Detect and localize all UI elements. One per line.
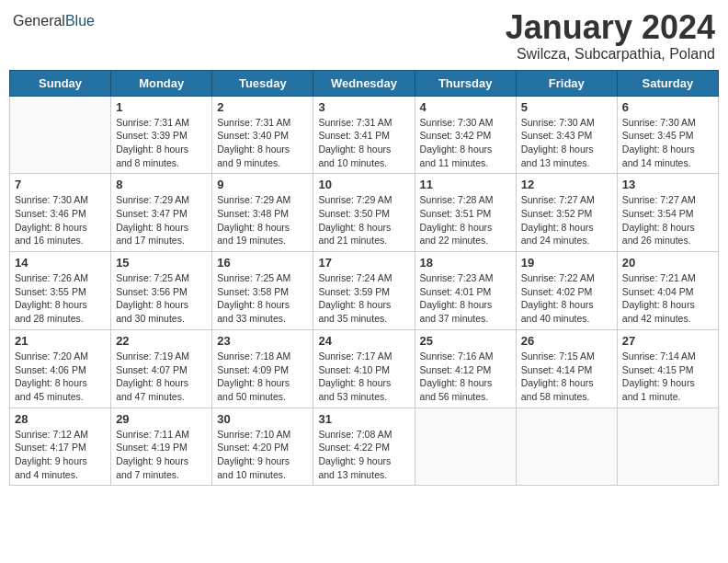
- calendar-cell: 20Sunrise: 7:21 AMSunset: 4:04 PMDayligh…: [617, 252, 718, 330]
- day-number: 3: [318, 100, 409, 114]
- day-info: Sunrise: 7:18 AMSunset: 4:09 PMDaylight:…: [217, 350, 308, 404]
- calendar-cell: 9Sunrise: 7:29 AMSunset: 3:48 PMDaylight…: [212, 174, 313, 252]
- day-number: 18: [420, 256, 511, 270]
- calendar-cell: 5Sunrise: 7:30 AMSunset: 3:43 PMDaylight…: [516, 96, 617, 174]
- weekday-header-tuesday: Tuesday: [212, 70, 313, 96]
- day-info: Sunrise: 7:22 AMSunset: 4:02 PMDaylight:…: [521, 271, 612, 326]
- calendar-cell: 19Sunrise: 7:22 AMSunset: 4:02 PMDayligh…: [516, 252, 617, 330]
- day-info: Sunrise: 7:26 AMSunset: 3:55 PMDaylight:…: [15, 271, 106, 326]
- calendar-cell: 21Sunrise: 7:20 AMSunset: 4:06 PMDayligh…: [10, 329, 111, 408]
- weekday-header-sunday: Sunday: [10, 70, 111, 96]
- day-info: Sunrise: 7:27 AMSunset: 3:54 PMDaylight:…: [622, 193, 713, 247]
- calendar-cell: 30Sunrise: 7:10 AMSunset: 4:20 PMDayligh…: [212, 408, 313, 486]
- day-number: 19: [521, 256, 612, 270]
- calendar-cell: 22Sunrise: 7:19 AMSunset: 4:07 PMDayligh…: [111, 329, 212, 408]
- day-number: 1: [116, 100, 207, 114]
- day-number: 28: [15, 412, 106, 426]
- day-info: Sunrise: 7:25 AMSunset: 3:58 PMDaylight:…: [217, 271, 308, 326]
- day-info: Sunrise: 7:19 AMSunset: 4:07 PMDaylight:…: [116, 350, 207, 404]
- page-header: GeneralBlue January 2024 Swilcza, Subcar…: [9, 9, 719, 63]
- day-info: Sunrise: 7:31 AMSunset: 3:39 PMDaylight:…: [116, 116, 207, 170]
- day-info: Sunrise: 7:30 AMSunset: 3:46 PMDaylight:…: [15, 193, 106, 247]
- day-number: 27: [622, 334, 713, 348]
- day-info: Sunrise: 7:14 AMSunset: 4:15 PMDaylight:…: [622, 350, 713, 404]
- day-number: 20: [622, 256, 713, 270]
- logo: GeneralBlue: [13, 13, 95, 29]
- calendar-cell: 26Sunrise: 7:15 AMSunset: 4:14 PMDayligh…: [516, 329, 617, 408]
- calendar-cell: 11Sunrise: 7:28 AMSunset: 3:51 PMDayligh…: [415, 174, 516, 252]
- calendar-cell: 1Sunrise: 7:31 AMSunset: 3:39 PMDaylight…: [111, 96, 212, 174]
- calendar-cell: 10Sunrise: 7:29 AMSunset: 3:50 PMDayligh…: [313, 174, 415, 252]
- calendar-cell: [617, 408, 718, 486]
- calendar-cell: 4Sunrise: 7:30 AMSunset: 3:42 PMDaylight…: [415, 96, 516, 174]
- day-info: Sunrise: 7:31 AMSunset: 3:41 PMDaylight:…: [318, 116, 409, 170]
- weekday-header-friday: Friday: [516, 70, 617, 96]
- day-info: Sunrise: 7:17 AMSunset: 4:10 PMDaylight:…: [318, 350, 409, 404]
- calendar-cell: 12Sunrise: 7:27 AMSunset: 3:52 PMDayligh…: [516, 174, 617, 252]
- day-number: 25: [420, 334, 511, 348]
- logo-blue: Blue: [65, 13, 95, 29]
- calendar-cell: 18Sunrise: 7:23 AMSunset: 4:01 PMDayligh…: [415, 252, 516, 330]
- day-info: Sunrise: 7:10 AMSunset: 4:20 PMDaylight:…: [217, 428, 308, 482]
- day-number: 2: [217, 100, 308, 114]
- calendar-cell: 25Sunrise: 7:16 AMSunset: 4:12 PMDayligh…: [415, 329, 516, 408]
- location: Swilcza, Subcarpathia, Poland: [506, 46, 715, 63]
- calendar-cell: 15Sunrise: 7:25 AMSunset: 3:56 PMDayligh…: [111, 252, 212, 330]
- day-info: Sunrise: 7:20 AMSunset: 4:06 PMDaylight:…: [15, 350, 106, 404]
- day-number: 7: [15, 178, 106, 191]
- day-number: 13: [622, 178, 713, 191]
- day-info: Sunrise: 7:29 AMSunset: 3:47 PMDaylight:…: [116, 193, 207, 247]
- calendar-cell: 14Sunrise: 7:26 AMSunset: 3:55 PMDayligh…: [10, 252, 111, 330]
- weekday-header-monday: Monday: [111, 70, 212, 96]
- calendar-cell: [516, 408, 617, 486]
- calendar-cell: 3Sunrise: 7:31 AMSunset: 3:41 PMDaylight…: [313, 96, 415, 174]
- day-info: Sunrise: 7:30 AMSunset: 3:43 PMDaylight:…: [521, 116, 612, 170]
- calendar-cell: 7Sunrise: 7:30 AMSunset: 3:46 PMDaylight…: [10, 174, 111, 252]
- day-info: Sunrise: 7:25 AMSunset: 3:56 PMDaylight:…: [116, 271, 207, 326]
- day-info: Sunrise: 7:27 AMSunset: 3:52 PMDaylight:…: [521, 193, 612, 247]
- calendar-cell: 28Sunrise: 7:12 AMSunset: 4:17 PMDayligh…: [10, 408, 111, 486]
- day-info: Sunrise: 7:11 AMSunset: 4:19 PMDaylight:…: [116, 428, 207, 482]
- day-info: Sunrise: 7:21 AMSunset: 4:04 PMDaylight:…: [622, 271, 713, 326]
- weekday-header-wednesday: Wednesday: [313, 70, 415, 96]
- day-number: 10: [318, 178, 409, 191]
- day-info: Sunrise: 7:08 AMSunset: 4:22 PMDaylight:…: [318, 428, 409, 482]
- day-info: Sunrise: 7:23 AMSunset: 4:01 PMDaylight:…: [420, 271, 511, 326]
- calendar-week-row: 21Sunrise: 7:20 AMSunset: 4:06 PMDayligh…: [10, 329, 719, 408]
- day-number: 26: [521, 334, 612, 348]
- calendar-week-row: 28Sunrise: 7:12 AMSunset: 4:17 PMDayligh…: [10, 408, 719, 486]
- day-number: 15: [116, 256, 207, 270]
- weekday-header-saturday: Saturday: [617, 70, 718, 96]
- day-number: 6: [622, 100, 713, 114]
- weekday-header-row: SundayMondayTuesdayWednesdayThursdayFrid…: [10, 70, 719, 96]
- calendar-week-row: 7Sunrise: 7:30 AMSunset: 3:46 PMDaylight…: [10, 174, 719, 252]
- calendar-cell: 2Sunrise: 7:31 AMSunset: 3:40 PMDaylight…: [212, 96, 313, 174]
- day-number: 29: [116, 412, 207, 426]
- day-number: 23: [217, 334, 308, 348]
- day-info: Sunrise: 7:29 AMSunset: 3:50 PMDaylight:…: [318, 193, 409, 247]
- calendar-cell: 24Sunrise: 7:17 AMSunset: 4:10 PMDayligh…: [313, 329, 415, 408]
- logo-general: General: [13, 13, 65, 29]
- title-block: January 2024 Swilcza, Subcarpathia, Pola…: [506, 9, 715, 63]
- day-info: Sunrise: 7:31 AMSunset: 3:40 PMDaylight:…: [217, 116, 308, 170]
- calendar-cell: [10, 96, 111, 174]
- day-info: Sunrise: 7:24 AMSunset: 3:59 PMDaylight:…: [318, 271, 409, 326]
- calendar-week-row: 14Sunrise: 7:26 AMSunset: 3:55 PMDayligh…: [10, 252, 719, 330]
- calendar-cell: 17Sunrise: 7:24 AMSunset: 3:59 PMDayligh…: [313, 252, 415, 330]
- calendar-cell: 8Sunrise: 7:29 AMSunset: 3:47 PMDaylight…: [111, 174, 212, 252]
- day-number: 11: [420, 178, 511, 191]
- calendar-table: SundayMondayTuesdayWednesdayThursdayFrid…: [9, 70, 719, 487]
- day-info: Sunrise: 7:15 AMSunset: 4:14 PMDaylight:…: [521, 350, 612, 404]
- day-info: Sunrise: 7:29 AMSunset: 3:48 PMDaylight:…: [217, 193, 308, 247]
- calendar-cell: 27Sunrise: 7:14 AMSunset: 4:15 PMDayligh…: [617, 329, 718, 408]
- day-number: 8: [116, 178, 207, 191]
- day-info: Sunrise: 7:16 AMSunset: 4:12 PMDaylight:…: [420, 350, 511, 404]
- day-number: 5: [521, 100, 612, 114]
- calendar-cell: 16Sunrise: 7:25 AMSunset: 3:58 PMDayligh…: [212, 252, 313, 330]
- calendar-cell: 13Sunrise: 7:27 AMSunset: 3:54 PMDayligh…: [617, 174, 718, 252]
- day-number: 21: [15, 334, 106, 348]
- month-title: January 2024: [506, 9, 715, 46]
- day-number: 22: [116, 334, 207, 348]
- day-info: Sunrise: 7:12 AMSunset: 4:17 PMDaylight:…: [15, 428, 106, 482]
- day-info: Sunrise: 7:30 AMSunset: 3:42 PMDaylight:…: [420, 116, 511, 170]
